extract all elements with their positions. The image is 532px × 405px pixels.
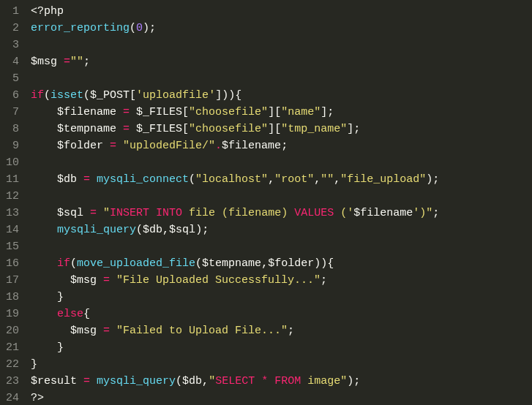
code-token: =	[77, 173, 97, 186]
code-token: SELECT	[215, 375, 255, 387]
code-token: mysqli_query	[57, 224, 136, 236]
code-line[interactable]: $tempname = $_FILES["choosefile"]["tmp_n…	[31, 121, 532, 137]
code-token	[31, 325, 70, 337]
code-token: $sql	[57, 207, 83, 219]
code-line[interactable]: $db = mysqli_connect("localhost","root",…	[31, 171, 532, 188]
code-token: $result	[31, 375, 77, 387]
code-token: if	[31, 89, 44, 102]
code-token: (	[83, 89, 90, 102]
code-line[interactable]: mysqli_query($db,$sql);	[31, 222, 532, 238]
code-token: ,	[261, 257, 268, 270]
code-line[interactable]: }	[31, 289, 532, 306]
code-line[interactable]: if(move_uploaded_file($tempname,$folder)…	[31, 255, 532, 272]
code-token: ,	[334, 173, 340, 186]
code-line[interactable]: error_reporting(0);	[31, 20, 532, 37]
code-line[interactable]	[31, 154, 532, 171]
code-token: $msg	[70, 325, 97, 337]
line-number: 22	[6, 356, 19, 373]
code-token: (	[70, 257, 77, 270]
code-token: ;	[83, 56, 90, 68]
code-token: $tempname	[202, 257, 261, 270]
code-token: (	[195, 257, 202, 270]
code-line[interactable]: $folder = "uplodedFile/".$filename;	[31, 137, 532, 154]
line-number: 11	[6, 171, 19, 188]
code-token: ][	[268, 106, 281, 118]
code-token: "choosefile"	[189, 106, 268, 118]
line-number: 24	[6, 390, 19, 405]
code-line[interactable]: ?>	[31, 390, 532, 405]
code-line[interactable]: $msg = "File Uploaded Successfully...";	[31, 272, 532, 289]
line-number: 4	[6, 53, 19, 70]
code-token: $db	[143, 224, 162, 236]
code-line[interactable]: <?php	[31, 3, 532, 20]
code-line[interactable]: $msg = "Failed to Upload File...";	[31, 322, 532, 339]
line-number: 15	[6, 238, 19, 255]
code-token: "uplodedFile/"	[123, 140, 215, 152]
code-line[interactable]	[31, 37, 532, 53]
code-token: move_uploaded_file	[77, 257, 195, 270]
code-token: );	[143, 22, 156, 34]
code-token: ])){	[215, 89, 241, 102]
code-token: 'uploadfile'	[136, 89, 215, 102]
code-token: mysqli_query	[97, 375, 176, 387]
line-number: 16	[6, 255, 19, 272]
code-token: $folder	[57, 140, 103, 152]
code-token: }	[31, 358, 37, 371]
code-token: );	[426, 173, 439, 186]
code-token: 0	[136, 22, 143, 34]
code-token: image"	[301, 375, 347, 387]
code-token: [	[182, 106, 189, 118]
code-line[interactable]: $msg ="";	[31, 53, 532, 70]
line-number: 18	[6, 289, 19, 306]
line-number: 23	[6, 373, 19, 390]
line-number: 19	[6, 306, 19, 322]
code-token	[31, 140, 57, 152]
code-editor-area[interactable]: <?phperror_reporting(0); $msg =""; if(is…	[26, 0, 532, 405]
code-token	[31, 257, 57, 270]
line-number: 17	[6, 272, 19, 289]
code-token: "Failed to Upload File..."	[116, 325, 288, 337]
code-token: }	[31, 291, 64, 303]
line-number: 7	[6, 104, 19, 121]
code-token: ""	[321, 173, 334, 186]
code-token: FROM	[274, 375, 301, 387]
code-line[interactable]: if(isset($_POST['uploadfile'])){	[31, 87, 532, 104]
code-token: VALUES	[294, 207, 334, 219]
code-token	[31, 274, 70, 287]
line-number: 2	[6, 20, 19, 37]
code-token: (	[136, 224, 143, 236]
code-line[interactable]: $filename = $_FILES["choosefile"]["name"…	[31, 104, 532, 121]
line-number: 21	[6, 339, 19, 356]
code-line[interactable]	[31, 238, 532, 255]
code-line[interactable]: }	[31, 356, 532, 373]
code-token: $filename	[353, 207, 413, 219]
code-token	[268, 375, 274, 387]
code-token: );	[347, 375, 360, 387]
code-token: ;	[288, 325, 294, 337]
code-line[interactable]: }	[31, 339, 532, 356]
line-number: 6	[6, 87, 19, 104]
code-token: [	[130, 89, 136, 102]
code-token: $filename	[222, 140, 281, 152]
code-token	[31, 106, 57, 118]
code-token: ('	[334, 207, 353, 219]
code-line[interactable]	[31, 70, 532, 87]
code-token: ;	[281, 140, 288, 152]
code-token: "name"	[281, 106, 321, 118]
code-token: }	[31, 341, 64, 354]
code-token: INSERT INTO	[110, 207, 182, 219]
code-line[interactable]: $sql = "INSERT INTO file (filename) VALU…	[31, 205, 532, 222]
code-token: error_reporting	[31, 22, 130, 34]
code-token: if	[57, 257, 70, 270]
code-token: $filename	[57, 106, 116, 118]
code-token: [	[182, 123, 189, 135]
code-line[interactable]: else{	[31, 306, 532, 322]
code-token: "choosefile"	[189, 123, 268, 135]
line-number: 12	[6, 188, 19, 205]
code-token: "	[103, 207, 110, 219]
code-line[interactable]: $result = mysqli_query($db,"SELECT * FRO…	[31, 373, 532, 390]
code-line[interactable]	[31, 188, 532, 205]
code-token: "File Uploaded Successfully..."	[116, 274, 321, 287]
code-token: $msg	[70, 274, 97, 287]
code-token	[31, 224, 57, 236]
